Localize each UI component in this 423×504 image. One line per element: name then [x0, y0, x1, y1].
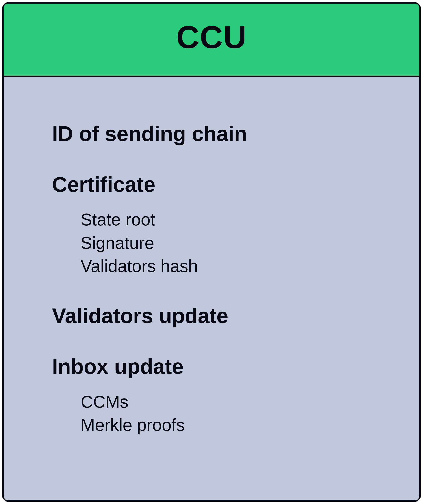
section-certificate: Certificate State root Signature Validat… — [52, 172, 380, 278]
section-title: Certificate — [52, 172, 380, 197]
section-items: State root Signature Validators hash — [52, 208, 380, 278]
card-title: CCU — [4, 19, 419, 56]
card-body: ID of sending chain Certificate State ro… — [4, 77, 419, 500]
section-title: ID of sending chain — [52, 121, 380, 146]
section-item: Signature — [81, 231, 380, 255]
section-item: State root — [81, 208, 380, 231]
section-title: Validators update — [52, 303, 380, 328]
section-validators-update: Validators update — [52, 303, 380, 328]
section-item: Validators hash — [81, 255, 380, 278]
section-title: Inbox update — [52, 354, 380, 379]
section-item: Merkle proofs — [81, 414, 380, 437]
section-inbox-update: Inbox update CCMs Merkle proofs — [52, 354, 380, 437]
section-items: CCMs Merkle proofs — [52, 390, 380, 437]
ccu-card: CCU ID of sending chain Certificate Stat… — [2, 2, 421, 502]
section-id-sending-chain: ID of sending chain — [52, 121, 380, 146]
card-header: CCU — [4, 4, 419, 77]
section-item: CCMs — [81, 390, 380, 414]
